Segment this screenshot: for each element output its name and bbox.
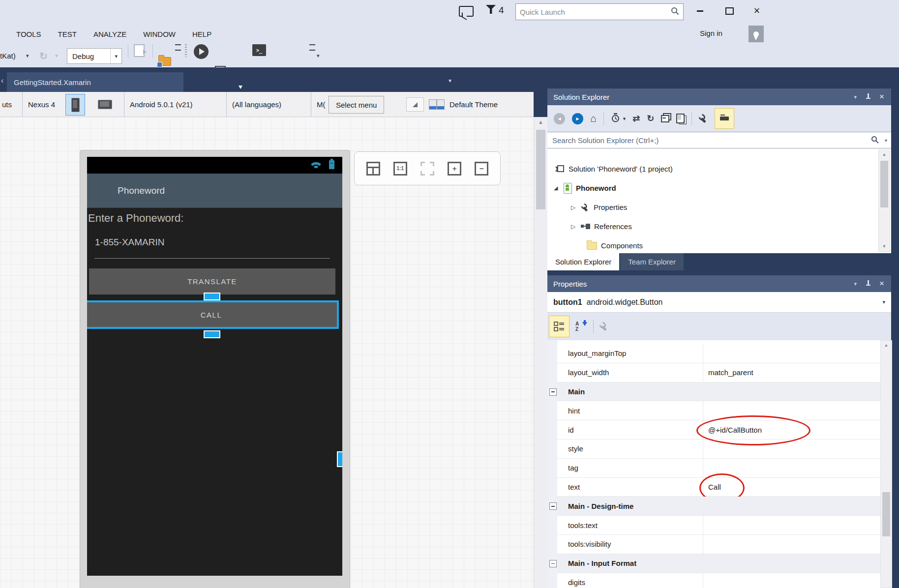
selection-handle-right[interactable] bbox=[337, 451, 342, 467]
android-version-selector[interactable]: Android 5.0.1 (v21) bbox=[130, 92, 193, 117]
property-row-tag[interactable]: tag bbox=[557, 459, 881, 478]
property-value[interactable]: Call bbox=[708, 483, 721, 491]
collapse-category-icon[interactable] bbox=[549, 502, 557, 510]
category-row-main[interactable]: Main bbox=[557, 382, 881, 402]
phoneword-prompt-label[interactable]: Enter a Phoneword: bbox=[88, 212, 183, 225]
feedback-icon[interactable] bbox=[459, 6, 474, 17]
property-row-tools-visibility[interactable]: tools:visibility bbox=[557, 535, 881, 554]
menu-help[interactable]: HELP bbox=[192, 30, 211, 38]
property-row-text[interactable]: text Call bbox=[557, 478, 881, 497]
theme-selector[interactable]: Default Theme bbox=[450, 92, 498, 117]
designer-corner-button[interactable] bbox=[406, 97, 424, 112]
split-view-icon[interactable] bbox=[366, 162, 380, 176]
sync-with-active-document-button[interactable]: ⇄ bbox=[632, 113, 640, 124]
scroll-up-icon[interactable]: ▲ bbox=[534, 117, 547, 127]
android-adb-console-icon[interactable]: >_ bbox=[252, 44, 266, 56]
sign-in-link[interactable]: Sign in bbox=[700, 29, 722, 37]
device-selector[interactable]: Nexus 4 bbox=[28, 92, 55, 117]
forward-button[interactable]: ▸ bbox=[572, 113, 583, 124]
menu-analyze[interactable]: ANALYZE bbox=[93, 30, 126, 38]
toolbar-grip-handle[interactable] bbox=[185, 44, 187, 57]
properties-wrench-button[interactable] bbox=[699, 114, 708, 123]
property-row-hint[interactable]: hint bbox=[557, 401, 881, 420]
portrait-orientation-button[interactable] bbox=[65, 94, 85, 116]
tab-list-dropdown-icon[interactable]: ▾ bbox=[449, 77, 451, 84]
design-surface[interactable]: Phoneword Enter a Phoneword: 1-855-XAMAR… bbox=[0, 117, 534, 588]
device-target-truncated[interactable]: tKat) bbox=[0, 44, 16, 67]
solution-explorer-search-box[interactable]: ▾ bbox=[547, 132, 891, 148]
tree-item-solution[interactable]: Solution 'Phoneword' (1 project) bbox=[547, 159, 891, 178]
select-menu-button[interactable]: Select menu bbox=[329, 96, 384, 114]
property-value[interactable]: match_parent bbox=[708, 368, 753, 377]
menu-test[interactable]: TEST bbox=[58, 30, 77, 38]
call-button-selected[interactable]: CALL bbox=[87, 300, 339, 329]
open-file-icon[interactable] bbox=[158, 57, 171, 66]
zoom-in-icon[interactable]: + bbox=[448, 162, 461, 176]
property-row-layout-margintop[interactable]: layout_marginTop bbox=[557, 344, 881, 363]
expander-collapsed-icon[interactable] bbox=[571, 204, 577, 211]
menu-window[interactable]: WINDOW bbox=[143, 30, 176, 38]
scroll-up-icon[interactable]: ▲ bbox=[881, 341, 892, 350]
scroll-up-icon[interactable]: ▲ bbox=[879, 150, 890, 159]
device-target-dropdown-icon[interactable] bbox=[26, 44, 29, 67]
expander-expanded-icon[interactable] bbox=[554, 185, 560, 191]
tree-item-references[interactable]: References bbox=[547, 217, 891, 236]
property-row-digits[interactable]: digits bbox=[557, 573, 881, 588]
minimize-button[interactable] bbox=[691, 4, 708, 18]
tab-solution-explorer[interactable]: Solution Explorer bbox=[547, 253, 619, 270]
scrollbar-thumb[interactable] bbox=[536, 130, 545, 209]
object-dropdown-icon[interactable]: ▾ bbox=[882, 299, 891, 305]
expander-collapsed-icon[interactable] bbox=[571, 223, 577, 230]
alphabetical-sort-button[interactable]: AZ bbox=[575, 320, 587, 333]
translate-button[interactable]: TRANSLATE bbox=[89, 268, 335, 294]
filter-dropdown-icon[interactable]: ▾ bbox=[623, 116, 626, 122]
configuration-dropdown-icon[interactable] bbox=[110, 49, 121, 63]
zoom-out-icon[interactable]: − bbox=[475, 162, 488, 176]
preview-selected-items-toggle[interactable] bbox=[715, 108, 734, 129]
tree-item-phoneword-project[interactable]: Phoneword bbox=[547, 178, 891, 198]
selected-object-combo[interactable]: button1 android.widget.Button ▾ bbox=[547, 292, 891, 313]
refresh-button[interactable]: ↻ bbox=[647, 113, 654, 124]
panel-close-icon[interactable]: × bbox=[879, 93, 884, 100]
panel-menu-dropdown-icon[interactable]: ▾ bbox=[854, 94, 857, 100]
tree-item-properties[interactable]: Properties bbox=[547, 198, 891, 217]
layouts-label-truncated[interactable]: uts bbox=[2, 92, 12, 117]
fit-to-screen-icon[interactable] bbox=[420, 162, 434, 176]
actual-size-icon[interactable]: 1:1 bbox=[393, 162, 407, 176]
notification-count[interactable]: 4 bbox=[499, 5, 504, 16]
property-row-id[interactable]: id @+id/CallButton bbox=[557, 420, 881, 440]
toolbar-overflow2-icon[interactable] bbox=[309, 44, 315, 51]
phone-screen[interactable]: Phoneword Enter a Phoneword: 1-855-XAMAR… bbox=[87, 157, 342, 576]
tree-item-components[interactable]: Components bbox=[547, 236, 891, 255]
home-button[interactable]: ⌂ bbox=[590, 114, 597, 123]
tab-scroll-left-icon[interactable]: ‹ bbox=[1, 76, 3, 85]
language-selector[interactable]: (All languages) bbox=[232, 92, 281, 117]
notifications-funnel-icon[interactable] bbox=[486, 5, 496, 14]
toolbar-overflow-icon[interactable] bbox=[175, 44, 181, 51]
pin-icon[interactable] bbox=[866, 280, 870, 287]
back-button[interactable]: ◂ bbox=[554, 113, 565, 124]
search-options-dropdown-icon[interactable]: ▾ bbox=[885, 138, 887, 143]
toolbar-overflow2-dropdown-icon[interactable] bbox=[317, 44, 320, 67]
scrollbar-thumb[interactable] bbox=[882, 492, 890, 536]
quick-launch-box[interactable] bbox=[515, 3, 684, 20]
account-avatar-icon[interactable] bbox=[749, 26, 764, 42]
quick-launch-input[interactable] bbox=[516, 8, 671, 16]
phoneword-input-value[interactable]: 1-855-XAMARIN bbox=[95, 237, 165, 248]
property-row-tools-text[interactable]: tools:text bbox=[557, 516, 881, 535]
category-row-main-input-format[interactable]: Main - Input Format bbox=[557, 554, 881, 573]
document-tab[interactable]: GettingStarted.Xamarin bbox=[7, 72, 183, 92]
scrollbar-thumb[interactable] bbox=[880, 161, 888, 207]
run-button[interactable] bbox=[194, 44, 209, 59]
property-row-layout-width[interactable]: layout_width match_parent bbox=[557, 363, 881, 382]
property-grid[interactable]: layout_marginTop layout_width match_pare… bbox=[547, 340, 881, 588]
properties-title-bar[interactable]: Properties ▾ × bbox=[547, 275, 891, 292]
solution-explorer-title-bar[interactable]: Solution Explorer ▾ × bbox=[547, 88, 891, 105]
panel-menu-dropdown-icon[interactable]: ▾ bbox=[854, 281, 857, 287]
property-row-style[interactable]: style bbox=[557, 440, 881, 459]
tab-team-explorer[interactable]: Team Explorer bbox=[620, 253, 684, 270]
selection-handle-top[interactable] bbox=[204, 293, 220, 300]
tree-vertical-scrollbar[interactable]: ▲ ▼ bbox=[878, 149, 890, 252]
scroll-down-icon[interactable]: ▼ bbox=[879, 242, 890, 251]
show-all-files-button[interactable] bbox=[676, 114, 685, 123]
